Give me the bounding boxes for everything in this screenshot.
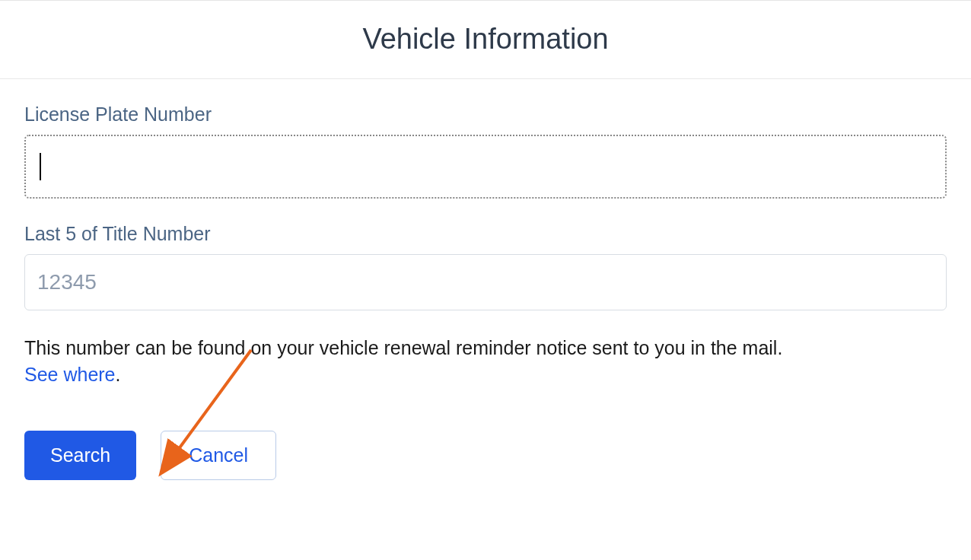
license-plate-input[interactable] xyxy=(24,135,947,199)
title-number-field-group: Last 5 of Title Number xyxy=(24,223,947,310)
license-plate-field-group: License Plate Number xyxy=(24,103,947,199)
vehicle-form: License Plate Number Last 5 of Title Num… xyxy=(0,79,971,480)
page-header: Vehicle Information xyxy=(0,2,971,79)
page-title: Vehicle Information xyxy=(0,23,971,56)
title-number-label: Last 5 of Title Number xyxy=(24,223,947,245)
cancel-button[interactable]: Cancel xyxy=(161,431,276,480)
help-text-paragraph: This number can be found on your vehicle… xyxy=(24,335,947,388)
text-cursor-icon xyxy=(40,153,41,180)
action-button-row: Search Cancel xyxy=(24,431,947,480)
search-button[interactable]: Search xyxy=(24,431,136,480)
license-plate-label: License Plate Number xyxy=(24,103,947,126)
see-where-link[interactable]: See where xyxy=(24,364,116,385)
help-suffix: . xyxy=(116,364,121,385)
help-text: This number can be found on your vehicle… xyxy=(24,337,782,358)
title-number-input[interactable] xyxy=(24,254,947,310)
